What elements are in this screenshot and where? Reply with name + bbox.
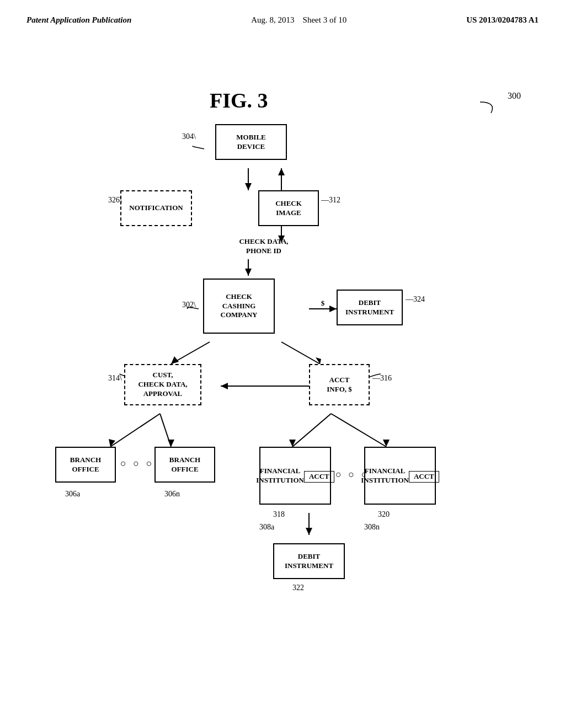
ref-318: 318 — [273, 510, 285, 519]
svg-marker-1 — [245, 183, 252, 190]
svg-line-21 — [331, 414, 386, 447]
ref-308n: 308n — [364, 523, 380, 532]
ref-320: 320 — [378, 510, 390, 519]
check-image-box: CHECKIMAGE — [258, 190, 319, 226]
ref-306n: 306n — [164, 490, 180, 499]
page-header: Patent Application Publication Aug. 8, 2… — [0, 0, 565, 25]
header-left: Patent Application Publication — [26, 15, 131, 25]
diagram-area: FIG. 3 300 — [0, 72, 565, 717]
ref-324: —324 — [406, 295, 425, 304]
ref-316: —316 — [372, 374, 392, 383]
diagram-svg — [0, 72, 565, 717]
financial-inst-n-box: FINANCIALINSTITUTIONACCT — [364, 447, 436, 505]
ref-312: —312 — [321, 196, 340, 205]
svg-line-17 — [160, 414, 171, 447]
check-data-label: CHECK DATA,PHONE ID — [231, 237, 297, 256]
svg-line-10 — [171, 342, 210, 364]
branch-dots: ○ ○ ○ — [120, 458, 154, 469]
ref-302: 302\ — [182, 301, 196, 309]
svg-marker-13 — [316, 357, 321, 364]
mobile-device-box: MOBILEDEVICE — [215, 124, 287, 160]
branch-office-n-box: BRANCHOFFICE — [154, 447, 215, 483]
ref-314: 314\ — [108, 374, 122, 383]
svg-line-20 — [292, 414, 331, 447]
svg-marker-23 — [383, 440, 390, 447]
ref-306a: 306a — [65, 490, 80, 499]
svg-marker-22 — [289, 440, 296, 447]
header-center: Aug. 8, 2013 Sheet 3 of 10 — [251, 15, 347, 25]
svg-line-16 — [110, 414, 160, 447]
debit-instrument-top-box: DEBITINSTRUMENT — [337, 290, 403, 325]
ref-308a: 308a — [259, 523, 274, 532]
ref-300: 300 — [508, 91, 521, 101]
ref-304: 304\ — [182, 132, 196, 141]
acct-info-box: ACCTINFO, $ — [309, 364, 370, 405]
svg-marker-25 — [306, 528, 312, 535]
ref-326: 326\ — [108, 196, 122, 205]
notification-box: NOTIFICATION — [120, 190, 192, 226]
svg-marker-3 — [278, 168, 285, 175]
ref-322: 322 — [292, 584, 304, 592]
financial-inst-a-box: FINANCIALINSTITUTIONACCT — [259, 447, 331, 505]
svg-marker-15 — [221, 383, 228, 389]
svg-marker-7 — [245, 269, 252, 276]
svg-line-12 — [281, 342, 320, 364]
svg-marker-19 — [168, 440, 174, 447]
check-cashing-box: CHECKCASHINGCOMPANY — [203, 279, 275, 334]
fig-label: FIG. 3 — [210, 88, 268, 113]
cust-check-box: CUST,CHECK DATA,APPROVAL — [124, 364, 201, 405]
svg-marker-11 — [171, 356, 179, 364]
branch-office-a-box: BRANCHOFFICE — [55, 447, 116, 483]
header-right: US 2013/0204783 A1 — [466, 15, 539, 25]
debit-instrument-bot-box: DEBITINSTRUMENT — [273, 543, 345, 579]
svg-marker-18 — [109, 439, 115, 447]
dollar-label: $ — [315, 299, 331, 308]
